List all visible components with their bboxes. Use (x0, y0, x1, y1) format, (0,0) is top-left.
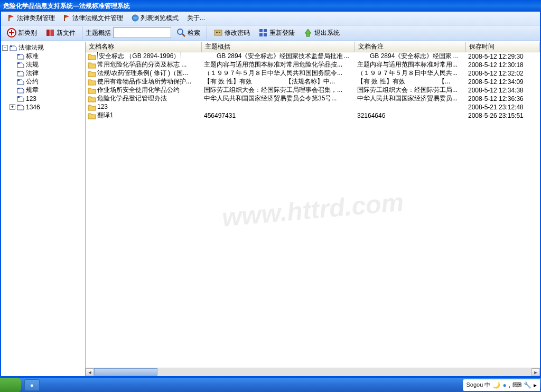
taskbar-item[interactable]: ● (24, 379, 40, 391)
svg-rect-17 (17, 54, 20, 55)
circle-icon[interactable]: ● (502, 381, 506, 389)
ime-indicator[interactable]: Sogou 中 (467, 381, 491, 389)
menu-list-mode[interactable]: 列表浏览模式 (127, 12, 183, 24)
expand-icon[interactable]: + (10, 104, 15, 110)
tree-item[interactable]: 标准 (2, 52, 84, 61)
list-row[interactable]: 1232008-5-21 23:12:48 (86, 103, 540, 111)
cell-summary: 456497431 (202, 112, 355, 119)
folder-icon (88, 78, 96, 86)
scroll-left-arrow[interactable]: ◄ (86, 368, 94, 376)
row-name: 法规\农药管理条例( 修订 )（国... (97, 69, 188, 77)
scroll-right-arrow[interactable]: ► (531, 368, 540, 376)
svg-rect-0 (8, 15, 10, 21)
exit-button[interactable]: 退出系统 (300, 27, 343, 39)
row-name: 翻译1 (97, 111, 114, 119)
tree-label: 123 (26, 95, 36, 102)
cell-remark: GB 2894《安全标志》经国家技术... (355, 52, 466, 61)
svg-rect-14 (259, 33, 263, 36)
summary-field: 主题概括 (86, 27, 171, 38)
relogin-button[interactable]: 重新登陆 (255, 27, 298, 39)
new-file-button[interactable]: 新文件 (42, 27, 79, 39)
svg-rect-1 (64, 15, 65, 21)
list-row[interactable]: 翻译1456497431321646462008-5-26 23:15:51 (86, 111, 540, 120)
doc-icon (17, 70, 24, 77)
change-password-button[interactable]: 修改密码 (210, 27, 253, 39)
summary-input[interactable] (113, 27, 171, 38)
new-category-button[interactable]: 新类别 (4, 27, 40, 39)
field-label: 主题概括 (86, 29, 111, 38)
list-body: www.httrd.com 安全标志 （GB 2894-1996） GB 289… (86, 52, 540, 368)
list-row[interactable]: 危险化学品登记管理办法中华人民共和国国家经济贸易委员会令第35号...中华人民共… (86, 95, 540, 103)
tree-item[interactable]: 法规 (2, 61, 84, 69)
scroll-track[interactable] (157, 368, 531, 376)
col-name[interactable]: 文档名称 (86, 42, 202, 52)
menu-about[interactable]: 关于... (183, 12, 209, 24)
tree-item[interactable]: 规章 (2, 86, 84, 95)
moon-icon[interactable]: 🌙 (492, 381, 500, 389)
menu-file-manage[interactable]: 法律法规文件管理 (59, 12, 127, 24)
row-name: 常用危险化学品的分类及标志 ... (97, 61, 186, 68)
button-label: 重新登陆 (269, 29, 295, 38)
tree-root[interactable]: − 法律法规 (2, 44, 84, 52)
globe-icon (132, 14, 139, 22)
cell-remark: 国际劳工组织大会：经国际劳工局... (355, 86, 466, 95)
horizontal-scrollbar[interactable]: ◄ ► (86, 368, 540, 376)
scroll-thumb[interactable] (94, 368, 157, 376)
wrench-icon[interactable]: 🔧 (524, 381, 531, 389)
cell-name: 常用危险化学品的分类及标志 ... (86, 60, 202, 69)
svg-line-8 (182, 34, 185, 36)
cell-time: 2008-5-12 12:34:09 (466, 78, 540, 86)
plus-icon (7, 28, 16, 38)
col-summary[interactable]: 主题概括 (202, 42, 355, 52)
svg-rect-23 (17, 105, 20, 106)
cell-summary: 国际劳工组织大会：经国际劳工局理事会召集，... (202, 86, 355, 95)
svg-rect-21 (17, 88, 20, 89)
chevron-icon[interactable]: ▸ (534, 381, 537, 389)
button-label: 检索 (188, 29, 200, 38)
tree-item[interactable]: 123 (2, 95, 84, 103)
doc-icon (17, 96, 24, 102)
cell-time: 2008-5-12 12:30:18 (466, 61, 540, 69)
tree-item[interactable]: +1346 (2, 103, 84, 111)
tree-label: 公约 (26, 77, 39, 86)
svg-rect-9 (214, 30, 222, 35)
list-row[interactable]: 常用危险化学品的分类及标志 ...主题内容与适用范围本标准对常用危险化学品按..… (86, 61, 540, 69)
list-row[interactable]: 使用有毒物品作业场所劳动保护...【有 效 性】有效 【法规名称】中...【有 … (86, 78, 540, 86)
cell-time: 2008-5-26 23:15:51 (466, 112, 540, 119)
tree-panel: − 法律法规 标准法规法律公约规章123+1346 (1, 42, 86, 376)
row-name: 123 (97, 103, 108, 110)
list-row[interactable]: 安全标志 （GB 2894-1996） GB 2894《安全标志》经国家技术监督… (86, 52, 540, 61)
list-row[interactable]: 作业场所安全使用化学品公约国际劳工组织大会：经国际劳工局理事会召集，...国际劳… (86, 86, 540, 95)
cell-name: 作业场所安全使用化学品公约 (86, 86, 202, 95)
start-button[interactable] (0, 378, 21, 393)
collapse-icon[interactable]: − (2, 45, 8, 51)
folder-icon (88, 53, 96, 60)
svg-rect-11 (219, 32, 220, 33)
svg-rect-22 (17, 96, 20, 98)
cell-summary: GB 2894《安全标志》经国家技术监督局批准实... (202, 52, 355, 61)
cell-name: 法规\农药管理条例( 修订 )（国... (86, 69, 202, 78)
tree-item[interactable]: 公约 (2, 78, 84, 86)
button-label: 新文件 (57, 29, 76, 38)
list-row[interactable]: 法规\农药管理条例( 修订 )（国...（１９９７年５月８日中华人民共和国国务院… (86, 69, 540, 78)
tree-label: 规章 (26, 86, 39, 95)
cell-time: 2008-5-12 12:36:36 (466, 95, 540, 102)
tree-item[interactable]: 法律 (2, 69, 84, 78)
book-icon (45, 28, 55, 38)
row-name: 作业场所安全使用化学品公约 (97, 86, 180, 94)
keyboard-icon[interactable]: ⌨ (512, 381, 521, 389)
system-tray[interactable]: Sogou 中 🌙 ● , ⌨ 🔧 ▸ (463, 379, 540, 391)
doc-icon (17, 62, 24, 68)
search-button[interactable]: 检索 (173, 27, 203, 39)
menu-category-manage[interactable]: 法律类别管理 (4, 12, 59, 24)
cell-time: 2008-5-21 23:12:48 (466, 104, 540, 111)
tree-label: 1346 (26, 104, 40, 111)
button-label: 新类别 (18, 29, 37, 38)
doc-icon (17, 79, 24, 85)
flag-icon (8, 14, 15, 22)
col-remark[interactable]: 文档备注 (355, 42, 466, 52)
col-time[interactable]: 保存时间 (466, 42, 540, 52)
menu-label: 列表浏览模式 (141, 14, 179, 23)
menu-label: 法律法规文件管理 (72, 14, 123, 23)
doc-icon (17, 87, 24, 94)
